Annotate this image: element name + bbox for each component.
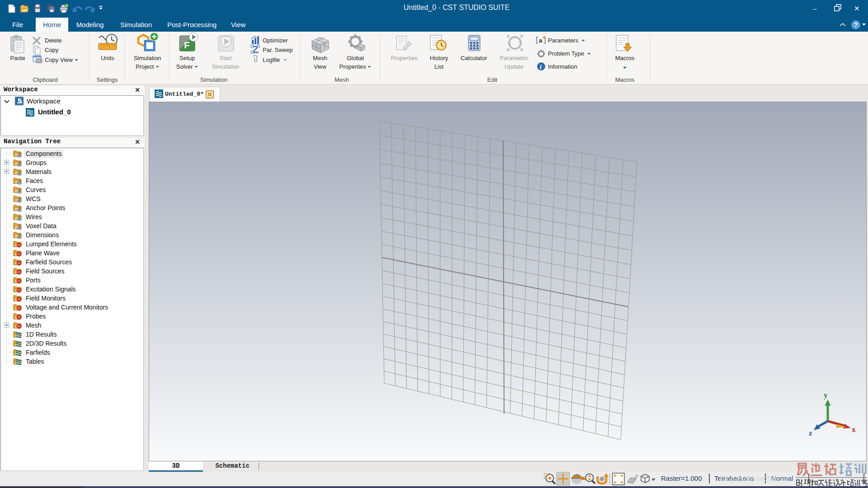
svg-text:a: a — [539, 37, 542, 44]
svg-text:x: x — [852, 425, 856, 434]
svg-text:i: i — [540, 64, 542, 70]
svg-text:F: F — [184, 40, 190, 50]
svg-text:z: z — [809, 429, 812, 437]
svg-text:y: y — [824, 391, 828, 399]
